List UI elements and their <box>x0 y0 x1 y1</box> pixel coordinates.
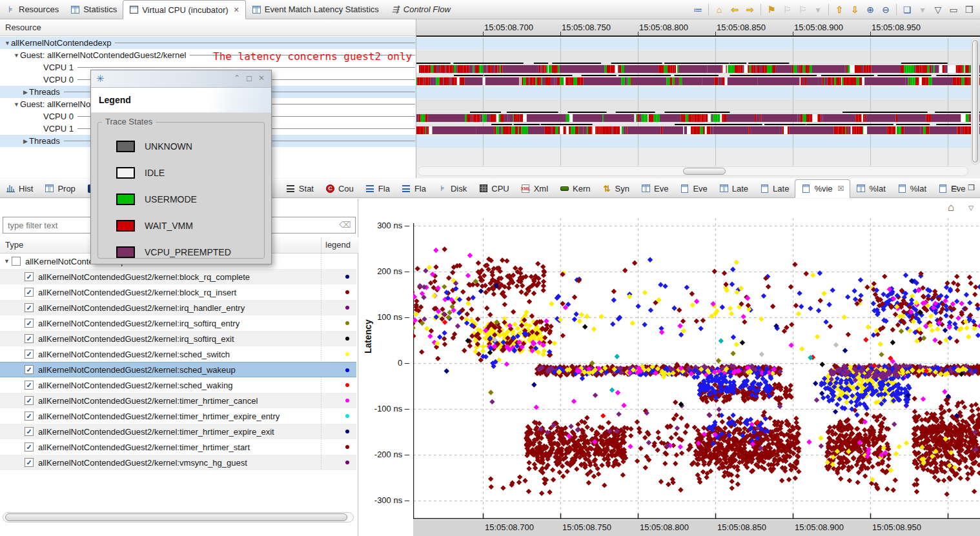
add-bookmark-icon[interactable]: ⚑ <box>764 3 779 17</box>
expanded-arrow-icon[interactable]: ▼ <box>13 52 20 59</box>
checkbox-checked[interactable]: ✓ <box>25 427 34 436</box>
close-tab-icon[interactable]: ☒ <box>838 184 844 193</box>
checkbox-checked[interactable]: ✓ <box>25 288 34 297</box>
x-tick-label: 15:05:08.950 <box>872 522 921 532</box>
home-icon[interactable]: ⌂ <box>712 3 726 17</box>
x-tick-label: 15:05:08.750 <box>562 522 611 532</box>
filter-row-sched-waking[interactable]: ✓allKernelNotContendedGuest2/kernel:sche… <box>0 377 356 393</box>
bottom-tab-prop[interactable]: Prop <box>39 179 81 197</box>
checkbox-checked[interactable]: ✓ <box>25 458 34 467</box>
chart-menu-icon[interactable]: ▽ <box>968 204 974 212</box>
legend-column-header[interactable]: legend <box>325 240 351 250</box>
next-bookmark-icon[interactable]: ⚐ <box>795 3 810 17</box>
legend-dot <box>345 306 349 310</box>
type-column-header[interactable]: Type <box>5 240 23 250</box>
dropdown-icon[interactable]: ▾ <box>811 3 825 17</box>
close-icon[interactable]: ✕ <box>258 74 265 83</box>
bottom-tab-eve[interactable]: Eve <box>635 179 674 197</box>
view-menu-icon[interactable]: ▽ <box>931 3 945 17</box>
checkbox-checked[interactable]: ✓ <box>25 365 34 374</box>
timeline-states-canvas[interactable] <box>416 38 980 166</box>
bottom-tab-fla[interactable]: Fla <box>360 179 396 197</box>
timeline-horizontal-scrollbar[interactable] <box>418 166 968 176</box>
bottom-tab-hist[interactable]: Hist <box>0 179 39 197</box>
bottom-tab-kern[interactable]: Kern <box>554 179 596 197</box>
new-view-icon[interactable]: ❏ <box>900 3 914 17</box>
restore-up-icon[interactable]: ⌃ <box>234 74 240 83</box>
maximize-icon[interactable]: ❒ <box>962 3 976 17</box>
bottom-tab-%lat[interactable]: %lat <box>892 179 932 197</box>
legend-list-icon[interactable]: ≔ <box>691 3 705 17</box>
bottom-tab-%vie[interactable]: %vie☒ <box>795 179 850 198</box>
top-tab-control-flow[interactable]: ⇶Control Flow <box>385 0 456 19</box>
filter-horizontal-scrollbar[interactable] <box>3 512 354 522</box>
checkbox-checked[interactable]: ✓ <box>25 303 34 312</box>
top-tab-resources[interactable]: ⊧Resources <box>0 0 65 19</box>
up-arrow-icon[interactable]: ⇧ <box>832 3 846 17</box>
filter-row-irq-softirq-entry[interactable]: ✓allKernelNotContendedGuest2/kernel:irq_… <box>0 315 356 331</box>
top-tab-virtual-cpu-incubator-[interactable]: Virtual CPU (incubator)✕ <box>123 0 246 19</box>
filter-row-timer-hrtimer-expire-exit[interactable]: ✓allKernelNotContendedGuest2/kernel:time… <box>0 424 356 439</box>
filter-row-timer-hrtimer-cancel[interactable]: ✓allKernelNotContendedGuest2/kernel:time… <box>0 393 356 408</box>
bottom-tab-syn[interactable]: ⇅Syn <box>597 179 635 197</box>
bottom-tab-eve[interactable]: Eve <box>674 179 713 197</box>
checkbox-checked[interactable]: ✓ <box>25 350 34 359</box>
sparkle-icon: ✳ <box>96 73 105 84</box>
maximize-icon[interactable]: ❒ <box>968 183 975 192</box>
checkbox-checked[interactable]: ✓ <box>25 412 34 421</box>
legend-dot <box>345 461 349 464</box>
close-tab-icon[interactable]: ✕ <box>234 6 240 14</box>
filter-row-block-rq-complete[interactable]: ✓allKernelNotContendedGuest2/kernel:bloc… <box>0 269 356 284</box>
home-icon[interactable]: ⌂ <box>948 201 954 214</box>
nav-back-icon[interactable]: ⇦ <box>728 3 742 17</box>
scatter-plot-canvas[interactable] <box>413 218 980 520</box>
bottom-tab-cou[interactable]: CCou <box>320 179 360 197</box>
y-tick-label: -300 ns – <box>374 495 409 505</box>
filter-row-vmsync-hg-guest[interactable]: ✓allKernelNotContendedGuest2/kernel:vmsy… <box>0 455 356 470</box>
zoom-in-icon[interactable]: ⊕ <box>863 3 877 17</box>
minimize-icon[interactable]: ▭ <box>952 183 959 192</box>
bottom-tab-stat[interactable]: Stat <box>280 179 320 197</box>
filter-row-sched-switch[interactable]: ✓allKernelNotContendedGuest2/kernel:sche… <box>0 346 356 362</box>
collapsed-arrow-icon[interactable]: ▶ <box>22 138 29 144</box>
down-arrow-icon[interactable]: ⇩ <box>848 3 862 17</box>
checkbox-checked[interactable]: ✓ <box>25 396 34 405</box>
filter-row-block-rq-insert[interactable]: ✓allKernelNotContendedGuest2/kernel:bloc… <box>0 284 356 300</box>
resource-column-header[interactable]: Resource <box>0 19 416 36</box>
legend-swatch <box>116 141 135 152</box>
bottom-tab-%lat[interactable]: %lat <box>850 179 891 197</box>
bottom-tab-late[interactable]: Late <box>754 179 795 197</box>
legend-dialog-titlebar[interactable]: ✳ ⌃ ◻ ✕ <box>91 70 271 88</box>
checkbox-checked[interactable]: ✓ <box>25 442 34 452</box>
filter-row-irq-softirq-exit[interactable]: ✓allKernelNotContendedGuest2/kernel:irq_… <box>0 331 356 346</box>
timeline-time-axis[interactable]: 15:05:08.70015:05:08.75015:05:08.80015:0… <box>416 19 980 37</box>
bottom-tab-cpu[interactable]: CPU <box>473 179 515 197</box>
filter-row-irq-handler-entry[interactable]: ✓allKernelNotContendedGuest2/kernel:irq_… <box>0 300 356 315</box>
maximize-icon[interactable]: ◻ <box>246 74 252 83</box>
expanded-arrow-icon[interactable]: ▼ <box>13 101 20 108</box>
nav-forward-icon[interactable]: ⇨ <box>743 3 757 17</box>
checkbox-unchecked[interactable] <box>12 257 21 266</box>
collapsed-arrow-icon[interactable]: ▶ <box>22 89 29 95</box>
timeline-vertical-scrollbar[interactable] <box>971 38 979 164</box>
top-tab-statistics[interactable]: Statistics <box>65 0 123 19</box>
dropdown-icon[interactable]: ▾ <box>915 3 930 17</box>
checkbox-checked[interactable]: ✓ <box>25 334 34 343</box>
bottom-tab-fla[interactable]: Fla <box>396 179 432 197</box>
bottom-tab-disk[interactable]: ⊧Disk <box>432 179 473 197</box>
zoom-out-icon[interactable]: ⊖ <box>879 3 893 17</box>
checkbox-checked[interactable]: ✓ <box>25 319 34 328</box>
filter-row-sched-wakeup[interactable]: ✓allKernelNotContendedGuest2/kernel:sche… <box>0 362 356 377</box>
prev-bookmark-icon[interactable]: ⚐ <box>780 3 794 17</box>
checkbox-checked[interactable]: ✓ <box>25 381 34 390</box>
bottom-tab-xml[interactable]: XMLXml <box>515 179 554 197</box>
resource-row-allkernelnotcontendedexp[interactable]: ▼allKernelNotContendedexp <box>0 37 416 49</box>
filter-row-timer-hrtimer-start[interactable]: ✓allKernelNotContendedGuest2/kernel:time… <box>0 439 356 455</box>
top-tab-event-match-latency-statistics[interactable]: Event Match Latency Statistics <box>246 0 385 19</box>
checkbox-checked[interactable]: ✓ <box>25 272 34 281</box>
filter-row-timer-hrtimer-expire-entry[interactable]: ✓allKernelNotContendedGuest2/kernel:time… <box>0 408 356 424</box>
bottom-tab-late[interactable]: Late <box>713 179 754 197</box>
expanded-arrow-icon[interactable]: ▼ <box>4 40 11 46</box>
clear-filter-icon[interactable]: ⌫ <box>340 220 351 230</box>
minimize-icon[interactable]: ▭ <box>946 3 961 17</box>
